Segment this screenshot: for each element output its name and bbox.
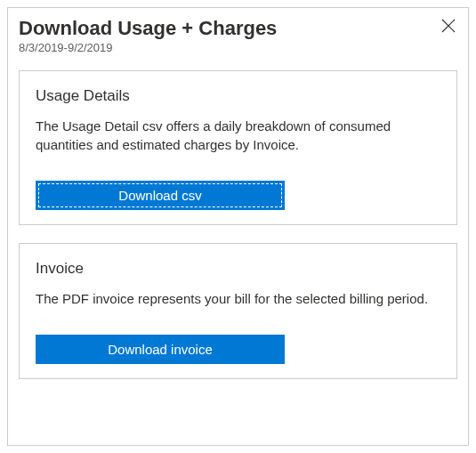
invoice-card-title: Invoice — [36, 260, 440, 278]
panel-header: Download Usage + Charges 8/3/2019-9/2/20… — [19, 17, 457, 54]
invoice-card: Invoice The PDF invoice represents your … — [19, 243, 457, 379]
close-icon — [441, 19, 456, 33]
date-range: 8/3/2019-9/2/2019 — [19, 41, 277, 54]
usage-details-card: Usage Details The Usage Detail csv offer… — [19, 70, 457, 225]
download-invoice-button[interactable]: Download invoice — [36, 335, 285, 364]
panel-title: Download Usage + Charges — [19, 17, 277, 40]
close-button[interactable] — [440, 17, 457, 36]
usage-card-description: The Usage Detail csv offers a daily brea… — [36, 117, 440, 154]
download-panel: Download Usage + Charges 8/3/2019-9/2/20… — [7, 7, 469, 446]
invoice-card-description: The PDF invoice represents your bill for… — [36, 290, 440, 308]
header-text: Download Usage + Charges 8/3/2019-9/2/20… — [19, 17, 277, 54]
download-csv-button[interactable]: Download csv — [36, 181, 285, 210]
usage-card-title: Usage Details — [36, 87, 440, 105]
